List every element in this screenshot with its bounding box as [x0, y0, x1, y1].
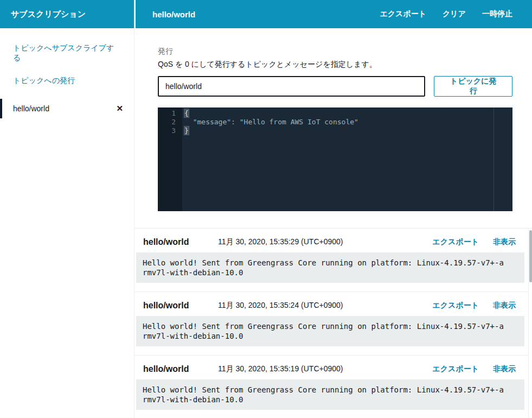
publish-section: 発行 QoS を 0 にして発行するトピックとメッセージを指定します。 トピック…	[134, 28, 532, 211]
clear-button[interactable]: クリア	[443, 9, 466, 19]
code-line: "message": "Hello from AWS IoT console"	[184, 118, 512, 126]
message-timestamp: 11月 30, 2020, 15:35:24 (UTC+0900)	[218, 301, 343, 311]
topic-header: hello/world エクスポート クリア 一時停止	[136, 0, 532, 28]
message-actions: エクスポート 非表示	[432, 237, 516, 247]
message-header: hello/world 11月 30, 2020, 15:35:29 (UTC+…	[134, 229, 532, 252]
message-export-link[interactable]: エクスポート	[432, 301, 479, 311]
message-topic: hello/world	[143, 301, 218, 311]
topic-title: hello/world	[152, 10, 195, 19]
mqtt-test-client: サブスクリプション トピックへサブスクライブする トピックへの発行 hello/…	[0, 0, 532, 418]
subscriptions-sidebar: サブスクリプション トピックへサブスクライブする トピックへの発行 hello/…	[0, 0, 134, 418]
message-hide-link[interactable]: 非表示	[493, 301, 516, 311]
messages-scrollbar[interactable]	[528, 229, 532, 418]
bracket-highlight: }	[184, 126, 189, 135]
messages-list: hello/world 11月 30, 2020, 15:35:29 (UTC+…	[134, 229, 532, 418]
publish-to-topic-link[interactable]: トピックへの発行	[0, 69, 134, 92]
message-hide-link[interactable]: 非表示	[493, 364, 516, 374]
message-actions: エクスポート 非表示	[432, 364, 516, 374]
message-payload: Hello world! Sent from Greengrass Core r…	[136, 379, 524, 410]
message-payload: Hello world! Sent from Greengrass Core r…	[136, 316, 524, 346]
message-export-link[interactable]: エクスポート	[432, 237, 479, 247]
subscription-item-hello-world[interactable]: hello/world ✕	[0, 99, 134, 118]
message-topic: hello/world	[143, 237, 218, 247]
message-header: hello/world 11月 30, 2020, 15:35:24 (UTC+…	[134, 292, 532, 316]
sidebar-header: サブスクリプション	[0, 0, 134, 28]
subscribe-to-topic-link[interactable]: トピックへサブスクライブする	[0, 37, 134, 69]
line-number: 2	[158, 118, 176, 126]
content-area: 発行 QoS を 0 にして発行するトピックとメッセージを指定します。 トピック…	[134, 28, 532, 418]
payload-editor[interactable]: 1 2 3 { "message": "Hello from AWS IoT c…	[158, 107, 512, 211]
message-row: hello/world 11月 30, 2020, 15:35:19 (UTC+…	[134, 356, 532, 418]
message-topic: hello/world	[143, 364, 218, 374]
message-hide-link[interactable]: 非表示	[493, 237, 516, 247]
subscription-topic-label: hello/world	[13, 104, 49, 113]
pause-button[interactable]: 一時停止	[482, 9, 512, 19]
line-number: 3	[158, 126, 176, 135]
message-row: hello/world 11月 30, 2020, 15:35:24 (UTC+…	[134, 292, 532, 356]
publish-to-topic-button[interactable]: トピックに発行	[434, 76, 512, 97]
editor-scrollbar[interactable]	[493, 107, 494, 211]
editor-code: { "message": "Hello from AWS IoT console…	[182, 107, 512, 211]
message-actions: エクスポート 非表示	[432, 301, 516, 311]
message-timestamp: 11月 30, 2020, 15:35:29 (UTC+0900)	[218, 237, 343, 247]
publish-description: QoS を 0 にして発行するトピックとメッセージを指定します。	[158, 60, 512, 69]
publish-section-label: 発行	[158, 47, 512, 56]
topic-row: トピックに発行	[158, 76, 512, 97]
scrollbar-thumb[interactable]	[529, 230, 532, 282]
code-line: {	[184, 109, 512, 118]
sidebar-title: サブスクリプション	[11, 9, 86, 20]
message-header: hello/world 11月 30, 2020, 15:35:19 (UTC+…	[134, 356, 532, 379]
editor-line-numbers: 1 2 3	[158, 107, 182, 211]
message-timestamp: 11月 30, 2020, 15:35:19 (UTC+0900)	[218, 364, 343, 374]
message-payload: Hello world! Sent from Greengrass Core r…	[136, 252, 524, 283]
close-icon[interactable]: ✕	[116, 104, 123, 113]
message-export-link[interactable]: エクスポート	[432, 364, 479, 374]
header-actions: エクスポート クリア 一時停止	[380, 9, 512, 19]
line-number: 1	[158, 109, 176, 118]
message-row: hello/world 11月 30, 2020, 15:35:29 (UTC+…	[134, 229, 532, 292]
sidebar-nav: トピックへサブスクライブする トピックへの発行 hello/world ✕	[0, 28, 134, 118]
code-line: }	[184, 126, 512, 135]
export-button[interactable]: エクスポート	[380, 9, 426, 19]
bracket-highlight: {	[184, 109, 189, 117]
main-panel: hello/world エクスポート クリア 一時停止 発行 QoS を 0 に…	[134, 0, 532, 418]
topic-input[interactable]	[158, 76, 425, 97]
